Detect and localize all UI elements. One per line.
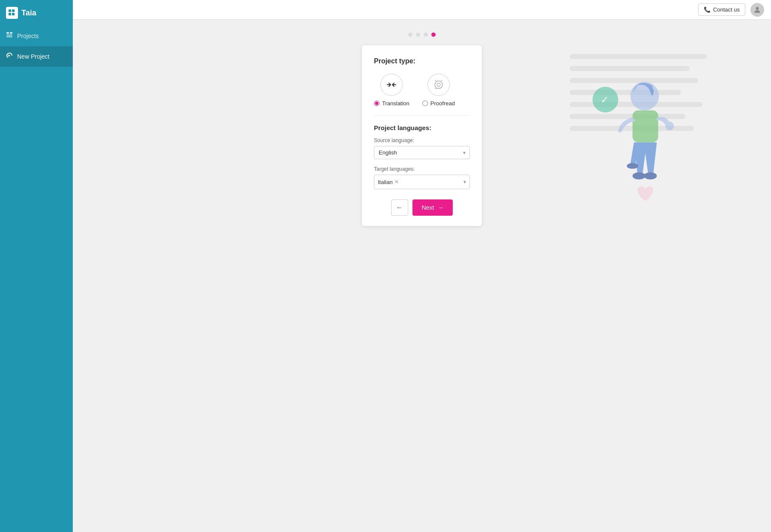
svg-rect-3 bbox=[12, 13, 15, 15]
sidebar: Taia Projects New Project bbox=[0, 0, 73, 532]
translation-label: Translation bbox=[382, 100, 409, 107]
step-dot-2 bbox=[416, 33, 420, 37]
back-arrow-icon: ← bbox=[396, 204, 403, 211]
target-language-label: Target languages: bbox=[374, 166, 470, 172]
project-type-card: Project type: Translation bbox=[362, 45, 482, 226]
main-content: 📞 Contact us ✓ bbox=[73, 0, 771, 532]
sidebar-item-new-project[interactable]: New Project bbox=[0, 46, 73, 67]
source-language-select-wrapper: English French German Spanish Italian bbox=[374, 146, 470, 159]
multiselect-arrow-icon: ▾ bbox=[463, 179, 466, 185]
svg-rect-6 bbox=[6, 36, 12, 37]
step-dot-3 bbox=[424, 33, 428, 37]
step-dot-4 bbox=[431, 33, 436, 37]
button-row: ← Next → bbox=[374, 199, 470, 216]
phone-icon: 📞 bbox=[704, 6, 711, 13]
project-languages-heading: Project languages: bbox=[374, 124, 470, 131]
back-button[interactable]: ← bbox=[391, 199, 408, 216]
target-language-multiselect[interactable]: Italian ✕ ▾ bbox=[374, 175, 470, 189]
source-language-select[interactable]: English French German Spanish Italian bbox=[374, 146, 470, 159]
italian-tag-label: Italian bbox=[378, 179, 393, 185]
contact-button[interactable]: 📞 Contact us bbox=[698, 3, 745, 16]
svg-rect-5 bbox=[6, 35, 12, 36]
new-project-icon bbox=[6, 52, 13, 61]
next-arrow-icon: → bbox=[437, 204, 443, 211]
translation-icon-circle bbox=[380, 74, 403, 96]
next-label: Next bbox=[422, 204, 434, 211]
type-option-proofread[interactable]: Proofread bbox=[422, 74, 455, 107]
source-language-field: Source language: English French German S… bbox=[374, 137, 470, 159]
svg-point-15 bbox=[644, 172, 657, 180]
bg-line-4 bbox=[570, 90, 681, 95]
contact-button-label: Contact us bbox=[713, 6, 740, 13]
italian-tag-remove[interactable]: ✕ bbox=[394, 179, 399, 185]
bg-line-3 bbox=[570, 78, 698, 83]
bg-line-7 bbox=[570, 126, 694, 131]
step-dot-1 bbox=[408, 33, 412, 37]
section-divider bbox=[374, 115, 470, 116]
project-type-heading: Project type: bbox=[374, 57, 470, 65]
svg-rect-4 bbox=[6, 32, 9, 34]
svg-point-8 bbox=[756, 7, 759, 10]
bg-line-1 bbox=[570, 54, 707, 59]
page-content: ✓ bbox=[73, 20, 771, 532]
proofread-radio-row: Proofread bbox=[422, 100, 455, 107]
proofread-icon-circle bbox=[427, 74, 450, 96]
sidebar-item-projects[interactable]: Projects bbox=[0, 26, 73, 46]
proofread-label: Proofread bbox=[430, 100, 455, 107]
target-language-field: Target languages: Italian ✕ ▾ bbox=[374, 166, 470, 189]
italian-tag: Italian ✕ bbox=[378, 179, 399, 185]
projects-icon bbox=[6, 32, 13, 40]
translation-radio-row: Translation bbox=[374, 100, 409, 107]
logo-text: Taia bbox=[21, 9, 36, 18]
sidebar-item-new-project-label: New Project bbox=[17, 53, 49, 60]
logo-icon bbox=[6, 7, 18, 19]
next-button[interactable]: Next → bbox=[412, 199, 453, 216]
stepper bbox=[408, 33, 436, 37]
translation-radio[interactable] bbox=[374, 101, 380, 106]
svg-point-16 bbox=[627, 163, 638, 169]
type-options: Translation Proofread bbox=[374, 74, 470, 107]
sidebar-item-projects-label: Projects bbox=[17, 33, 39, 39]
svg-rect-2 bbox=[9, 13, 11, 15]
svg-rect-7 bbox=[10, 32, 12, 34]
avatar[interactable] bbox=[750, 3, 764, 17]
bg-line-5 bbox=[570, 102, 702, 107]
source-language-label: Source language: bbox=[374, 137, 470, 143]
svg-point-14 bbox=[633, 172, 645, 180]
svg-rect-1 bbox=[12, 9, 15, 12]
type-option-translation[interactable]: Translation bbox=[374, 74, 409, 107]
svg-rect-0 bbox=[9, 9, 11, 12]
sidebar-logo: Taia bbox=[0, 0, 73, 26]
bg-line-6 bbox=[570, 114, 685, 119]
proofread-radio[interactable] bbox=[422, 101, 428, 106]
background-decoration bbox=[570, 54, 707, 131]
header: 📞 Contact us bbox=[73, 0, 771, 20]
bg-line-2 bbox=[570, 66, 690, 71]
